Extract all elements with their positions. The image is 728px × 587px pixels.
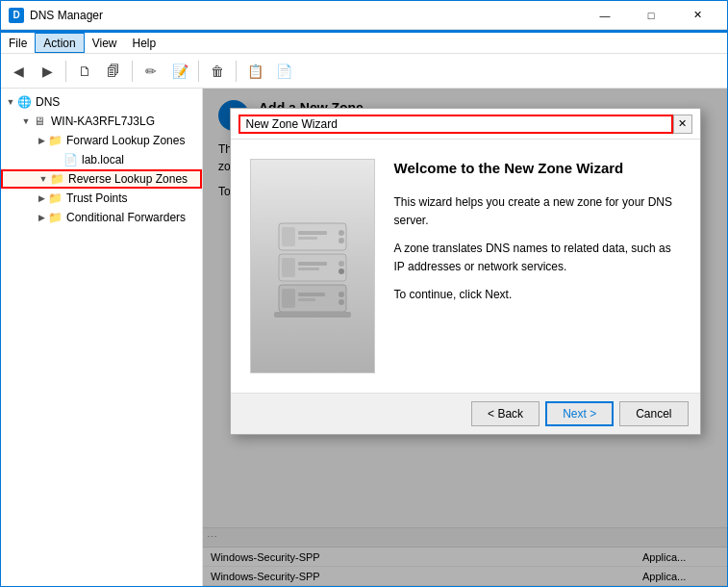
tree-item-lablocal[interactable]: 📄 lab.local [1, 150, 202, 169]
folder-icon-lab: 📄 [63, 152, 78, 167]
toolbar-copy[interactable]: 📋 [241, 58, 268, 85]
dns-icon: 🌐 [16, 94, 32, 110]
main-window: D DNS Manager — □ ✕ File Action View Hel… [0, 0, 728, 587]
wizard-title-bar: New Zone Wizard ✕ [231, 109, 700, 140]
toolbar-edit2[interactable]: 📝 [166, 58, 193, 85]
menu-file[interactable]: File [1, 33, 35, 53]
toolbar-sep2 [132, 61, 133, 82]
svg-point-9 [339, 268, 344, 274]
expand-icon-conditional: ▶ [36, 212, 47, 223]
menu-bar: File Action View Help [1, 33, 727, 54]
folder-icon-forward: 📁 [47, 133, 63, 148]
toolbar-forward[interactable]: ▶ [34, 58, 61, 85]
folder-icon-conditional: 📁 [47, 210, 63, 225]
wizard-overlay: New Zone Wizard ✕ [203, 89, 727, 586]
svg-point-2 [339, 230, 344, 236]
cancel-button[interactable]: Cancel [619, 401, 688, 426]
tree-panel: ▼ 🌐 DNS ▼ 🖥 WIN-KA3RFL7J3LG ▶ 📁 Forward … [1, 89, 203, 586]
tree-label-trust: Trust Points [66, 191, 128, 205]
svg-point-14 [339, 292, 344, 297]
toolbar: ◀ ▶ 🗋 🗐 ✏ 📝 🗑 📋 📄 [1, 54, 727, 89]
folder-icon-reverse: 📁 [49, 171, 64, 187]
right-panel: i Add a New Zone The Domain Name System … [203, 89, 727, 586]
svg-rect-4 [298, 231, 327, 235]
svg-rect-17 [298, 298, 315, 301]
close-button[interactable]: ✕ [675, 2, 719, 29]
svg-rect-16 [298, 293, 325, 296]
tree-label-forward: Forward Lookup Zones [66, 134, 185, 147]
tree-item-forward[interactable]: ▶ 📁 Forward Lookup Zones [1, 131, 202, 150]
tree-item-dns[interactable]: ▼ 🌐 DNS [1, 92, 202, 112]
toolbar-delete[interactable]: 🗑 [204, 58, 231, 85]
tree-label-dns: DNS [36, 95, 60, 109]
tree-label-conditional: Conditional Forwarders [66, 211, 186, 224]
tree-item-server[interactable]: ▼ 🖥 WIN-KA3RFL7J3LG [1, 112, 202, 131]
toolbar-paste[interactable]: 📄 [270, 58, 297, 85]
toolbar-new1[interactable]: 🗋 [71, 58, 98, 85]
tree-label-lablocal: lab.local [82, 153, 124, 166]
toolbar-back[interactable]: ◀ [5, 58, 32, 85]
wizard-paragraph2: A zone translates DNS names to related d… [394, 240, 681, 276]
wizard-dialog: New Zone Wizard ✕ [230, 108, 701, 435]
menu-view[interactable]: View [85, 33, 125, 53]
toolbar-sep3 [198, 61, 199, 82]
tree-item-trust[interactable]: ▶ 📁 Trust Points [1, 189, 202, 208]
expand-icon: ▼ [5, 96, 16, 108]
tree-item-reverse[interactable]: ▼ 📁 Reverse Lookup Zones [1, 169, 202, 189]
svg-point-3 [339, 238, 344, 243]
expand-icon-server: ▼ [20, 115, 32, 127]
window-title: DNS Manager [30, 9, 583, 22]
back-button[interactable]: < Back [471, 401, 540, 426]
svg-rect-1 [282, 227, 295, 246]
wizard-content: Welcome to the New Zone Wizard This wiza… [394, 159, 681, 373]
maximize-button[interactable]: □ [629, 2, 673, 29]
window-controls: — □ ✕ [583, 2, 719, 29]
wizard-close-button[interactable]: ✕ [673, 115, 692, 134]
main-area: ▼ 🌐 DNS ▼ 🖥 WIN-KA3RFL7J3LG ▶ 📁 Forward … [1, 89, 727, 586]
folder-icon-trust: 📁 [47, 191, 63, 206]
minimize-button[interactable]: — [583, 2, 627, 29]
title-bar: D DNS Manager — □ ✕ [1, 1, 727, 30]
wizard-body: Welcome to the New Zone Wizard This wiza… [231, 140, 700, 393]
server-icon: 🖥 [32, 114, 47, 129]
svg-rect-13 [282, 289, 295, 308]
svg-rect-10 [298, 262, 327, 266]
svg-rect-7 [282, 258, 295, 277]
expand-icon-trust: ▶ [36, 192, 47, 204]
wizard-image [250, 159, 375, 373]
wizard-heading: Welcome to the New Zone Wizard [394, 159, 681, 178]
toolbar-new2[interactable]: 🗐 [100, 58, 127, 85]
server-illustration [264, 204, 361, 329]
tree-label-server: WIN-KA3RFL7J3LG [51, 115, 155, 128]
menu-help[interactable]: Help [125, 33, 164, 53]
expand-icon-forward: ▶ [36, 135, 47, 146]
menu-action[interactable]: Action [35, 33, 84, 53]
wizard-paragraph3: To continue, click Next. [394, 286, 681, 304]
toolbar-edit[interactable]: ✏ [138, 58, 164, 85]
expand-icon-lab [51, 154, 63, 166]
wizard-footer: < Back Next > Cancel [231, 393, 700, 434]
svg-rect-5 [298, 237, 317, 240]
app-icon: D [9, 8, 24, 23]
svg-point-15 [339, 299, 344, 305]
svg-point-8 [339, 261, 344, 267]
svg-rect-18 [274, 312, 351, 318]
next-button[interactable]: Next > [545, 401, 614, 426]
wizard-title: New Zone Wizard [238, 115, 673, 134]
tree-label-reverse: Reverse Lookup Zones [68, 172, 188, 186]
toolbar-sep1 [65, 61, 66, 82]
toolbar-sep4 [236, 61, 237, 82]
tree-item-conditional[interactable]: ▶ 📁 Conditional Forwarders [1, 208, 202, 227]
svg-rect-11 [298, 268, 319, 270]
wizard-paragraph1: This wizard helps you create a new zone … [394, 193, 681, 230]
expand-icon-reverse: ▼ [38, 173, 49, 185]
